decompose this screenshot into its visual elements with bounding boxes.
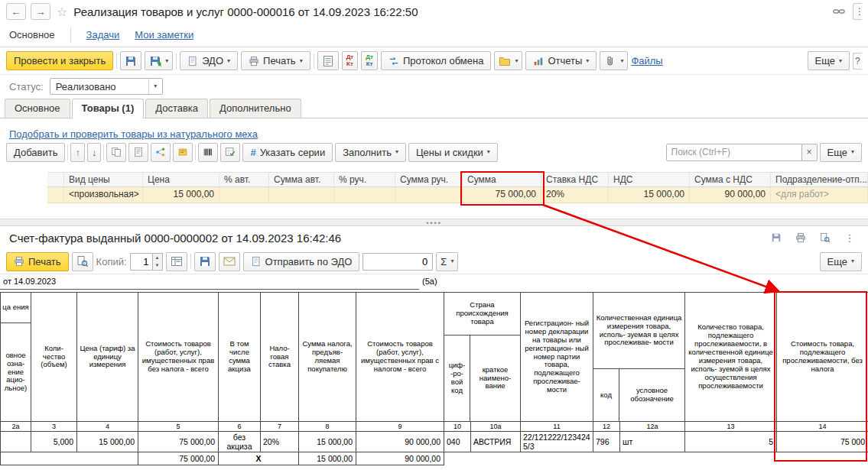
copy-row-button[interactable] (106, 143, 126, 162)
print-button[interactable]: Печать ▾ (241, 51, 310, 70)
barcode-button[interactable] (198, 143, 218, 162)
goods-more-button[interactable]: Еще ▾ (820, 143, 862, 162)
files-link[interactable]: Файлы (631, 55, 662, 66)
move-up-button[interactable]: ↑ (70, 143, 85, 162)
more-button[interactable]: Еще ▾ (808, 51, 850, 70)
stepper-up-icon[interactable]: ▲ (153, 254, 162, 261)
invoice-total-x[interactable]: X (219, 452, 299, 465)
document-icon-button[interactable] (128, 143, 148, 162)
set-series-button[interactable]: # Указать серии (242, 143, 333, 162)
table-settings-button[interactable] (166, 252, 187, 271)
invoice-save-button[interactable] (194, 252, 216, 271)
show-postings-button[interactable]: Дт Кт (342, 51, 359, 70)
save-button[interactable] (120, 51, 141, 70)
counter-field[interactable] (362, 253, 433, 271)
send-edo-button[interactable]: Отправить по ЭДО (243, 252, 360, 271)
cell-sum[interactable]: 75 000,00 (463, 187, 541, 203)
cell-vat[interactable]: 15 000,00 (609, 187, 690, 203)
check-fill-button[interactable] (220, 143, 240, 162)
nav-item-tasks[interactable]: Задачи (86, 29, 120, 41)
stepper-down-icon[interactable]: ▼ (153, 261, 162, 269)
cell-pct-auto[interactable] (219, 187, 269, 203)
invoice-cell-qty[interactable]: 5,000 (31, 432, 77, 452)
fill-button[interactable]: Заполнить ▾ (335, 143, 406, 162)
edo-button[interactable]: ЭДО ▾ (180, 51, 238, 70)
invoice-print-button[interactable]: Печать (6, 252, 69, 271)
save-icon[interactable] (767, 229, 785, 246)
combo-dropdown-button[interactable]: ▾ (148, 79, 162, 94)
print-icon[interactable] (792, 229, 810, 246)
cell-price[interactable]: 15 000,00 (143, 187, 219, 203)
invoice-cell-vat-rate[interactable]: 20% (261, 432, 299, 452)
invoice-cell-trace-qty[interactable]: 5 (685, 432, 777, 452)
row-marker[interactable] (47, 187, 64, 203)
forward-button[interactable]: → (31, 3, 50, 20)
invoice-cell-trace-unit-code[interactable]: 796 (593, 432, 620, 452)
invoice-total-cost-no-vat[interactable]: 75 000,00 (138, 452, 219, 465)
window-menu-button[interactable]: ⋮ (853, 3, 862, 20)
invoice-total-vat-sum[interactable]: 15 000,00 (299, 452, 356, 465)
invoice-cell-price[interactable]: 15 000,00 (77, 432, 138, 452)
share-structure-button[interactable] (151, 143, 171, 162)
posting-settings-button[interactable]: Дт Кт (361, 51, 378, 70)
prices-discounts-button[interactable]: Цены и скидки ▾ (408, 143, 498, 162)
back-button[interactable]: ← (6, 3, 26, 20)
invoice-cell-unit-cut[interactable] (1, 432, 31, 452)
cell-sum-auto[interactable] (269, 187, 334, 203)
exchange-protocol-button[interactable]: Протокол обмена (381, 51, 492, 70)
invoice-preview-button[interactable] (72, 252, 93, 271)
cell-department[interactable]: <для работ> (771, 187, 868, 203)
edit-selected-button[interactable] (173, 143, 193, 162)
invoice-cell-cost-with-vat[interactable]: 90 000,00 (356, 432, 444, 452)
help-button[interactable]: ? (853, 53, 862, 70)
move-down-button[interactable]: ↓ (87, 143, 102, 162)
nav-item-main[interactable]: Основное (9, 29, 55, 41)
tab-extra[interactable]: Дополнительно (210, 99, 301, 118)
link-icon[interactable] (830, 3, 848, 20)
tab-delivery[interactable]: Доставка (145, 99, 208, 118)
cell-sum-manual[interactable] (395, 187, 463, 203)
reports-button[interactable]: Отчеты ▾ (525, 51, 597, 70)
invoice-cell-excise[interactable]: без акциза (219, 432, 261, 452)
nav-item-notes[interactable]: Мои заметки (135, 29, 193, 41)
post-document-button[interactable]: ▾ (145, 51, 173, 70)
invoice-cell-country-code[interactable]: 040 (444, 432, 471, 452)
tab-main[interactable]: Основное (5, 99, 70, 118)
document-register-button[interactable] (317, 51, 339, 70)
caret-down-icon: ▾ (450, 258, 454, 264)
invoice-total-cost-with-vat[interactable]: 90 000,00 (356, 452, 444, 465)
preview-icon[interactable] (816, 229, 834, 246)
stepper-buttons[interactable]: ▲▼ (153, 253, 163, 271)
sum-button[interactable]: Σ ▾ (436, 252, 458, 271)
post-and-close-button[interactable]: Провести и закрыть (6, 51, 113, 70)
status-label: Статус: (9, 81, 44, 92)
invoice-cell-reg-number[interactable]: 22/121222/1234245/3 (521, 432, 593, 452)
send-email-button[interactable] (219, 252, 240, 271)
invoice-more-button[interactable]: Еще ▾ (820, 252, 862, 271)
search-clear-button[interactable]: × (802, 144, 818, 161)
invoice-col-country-name: краткое наимено- вание (470, 335, 520, 421)
status-select[interactable]: Реализовано ▾ (50, 78, 163, 95)
cell-vat-rate[interactable]: 20% (541, 187, 609, 203)
invoice-cell-trace-unit-symbol[interactable]: шт (620, 432, 685, 452)
goods-col-price: Цена (143, 172, 219, 187)
invoice-cell-cost-no-vat[interactable]: 75 000,00 (138, 432, 219, 452)
search-input[interactable] (666, 144, 802, 161)
add-row-button[interactable]: Добавить (6, 143, 65, 162)
invoice-cell-trace-cost[interactable]: 75 000 (777, 432, 868, 452)
folder-button[interactable]: ▾ (494, 51, 522, 70)
invoice-cell-country-name[interactable]: АВСТРИЯ (471, 432, 521, 452)
invoice-col-reg-number: Регистрацион- ный номер декларации на то… (521, 293, 593, 422)
copies-input[interactable] (130, 253, 153, 271)
tab-goods[interactable]: Товары (1) (72, 99, 145, 118)
invoice-cell-vat-sum[interactable]: 15 000,00 (299, 432, 356, 452)
fur-check-link[interactable]: Подобрать и проверить товары из натураль… (9, 128, 258, 140)
cell-sum-with-vat[interactable]: 90 000,00 (690, 187, 771, 203)
attachments-button[interactable]: ▾ (600, 51, 628, 70)
invoice-total-label-cell[interactable] (1, 452, 138, 465)
cell-price-kind[interactable]: <произвольная> (64, 187, 143, 203)
favorite-star-icon[interactable]: ☆ (57, 5, 67, 19)
panel-splitter[interactable]: •••• (0, 219, 868, 226)
cell-pct-manual[interactable] (334, 187, 395, 203)
more-dots-icon[interactable]: ⋮ (840, 229, 859, 246)
